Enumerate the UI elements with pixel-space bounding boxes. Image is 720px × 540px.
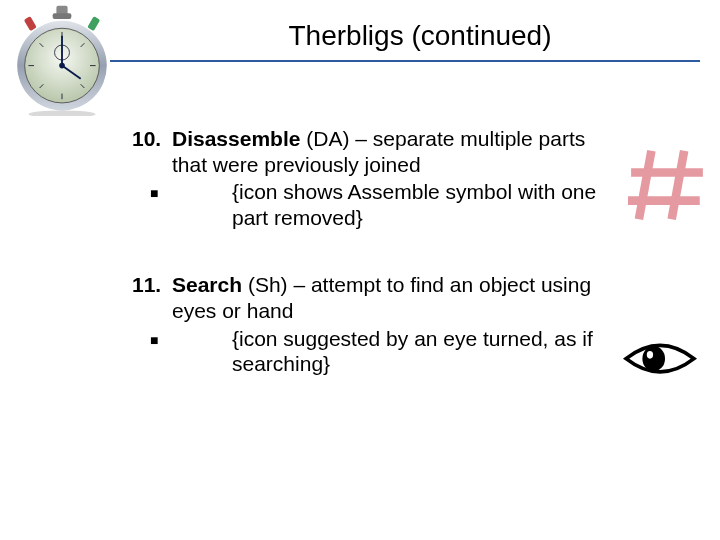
search-eye-icon xyxy=(622,336,698,380)
stopwatch-icon xyxy=(6,4,118,116)
bullet-icon: ■ xyxy=(132,326,208,377)
svg-point-24 xyxy=(647,351,653,359)
item-code: (Sh) xyxy=(248,273,288,296)
svg-rect-3 xyxy=(87,16,100,31)
svg-point-18 xyxy=(28,110,95,116)
item-note: {icon shows Assemble symbol with one par… xyxy=(208,179,602,230)
item-name: Search xyxy=(172,273,242,296)
bullet-icon: ■ xyxy=(132,179,208,230)
svg-line-19 xyxy=(639,151,651,220)
list-item: 10. Disassemble (DA) – separate multiple… xyxy=(132,126,602,230)
slide-body: 10. Disassemble (DA) – separate multiple… xyxy=(132,126,602,419)
slide: Therbligs (continued) 10. Disassemble (D… xyxy=(0,0,720,540)
list-item: 11. Search (Sh) – attempt to find an obj… xyxy=(132,272,602,376)
svg-rect-2 xyxy=(24,16,37,31)
slide-title: Therbligs (continued) xyxy=(150,20,690,52)
disassemble-icon xyxy=(628,146,706,224)
item-number: 10. xyxy=(132,126,172,177)
item-definition: Search (Sh) – attempt to find an object … xyxy=(172,272,602,323)
item-number: 11. xyxy=(132,272,172,323)
item-name: Disassemble xyxy=(172,127,300,150)
svg-line-20 xyxy=(672,151,684,220)
svg-point-17 xyxy=(59,63,65,69)
item-definition: Disassemble (DA) – separate multiple par… xyxy=(172,126,602,177)
item-note: {icon suggested by an eye turned, as if … xyxy=(208,326,602,377)
svg-point-23 xyxy=(642,346,665,371)
svg-rect-1 xyxy=(53,13,72,19)
title-underline xyxy=(110,60,700,62)
item-code: (DA) xyxy=(306,127,349,150)
